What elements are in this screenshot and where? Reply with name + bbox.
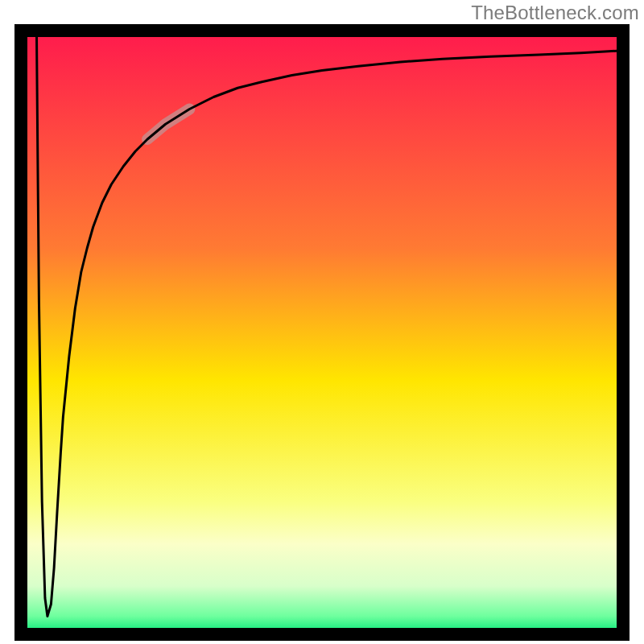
chart-svg (14, 24, 630, 641)
plot-background (21, 31, 623, 634)
chart-plot (14, 24, 630, 641)
root: TheBottleneck.com (0, 0, 644, 644)
watermark-text: TheBottleneck.com (471, 2, 639, 24)
